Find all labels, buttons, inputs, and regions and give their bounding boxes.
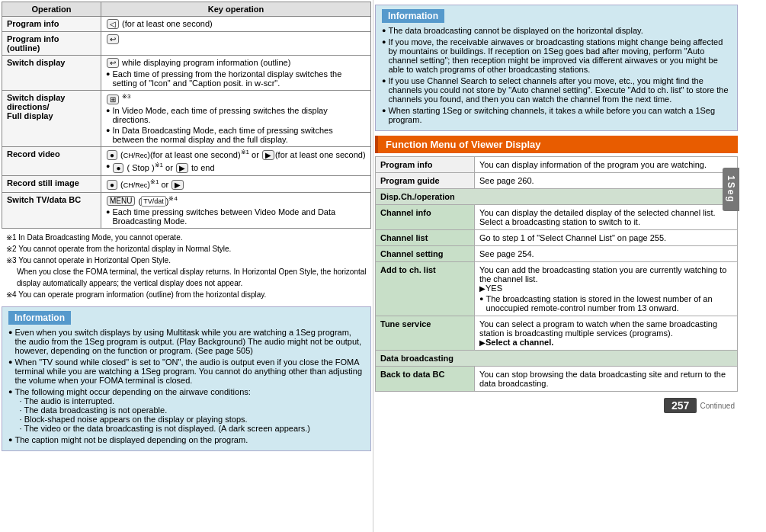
function-row-tune-service: Tune service You can select a program to…: [376, 316, 738, 351]
info-left-bullet-3: The following might occur depending on t…: [8, 387, 364, 433]
key-desc-record-video: ● (CH/Rec)(for at least one second)※1 or…: [106, 150, 366, 159]
key-desc-program-info: (for at least one second): [122, 19, 213, 28]
op-label: Program info: [2, 17, 101, 32]
function-row-data-bc-header: Data broadcasting: [376, 351, 738, 367]
key-icon-record-video: ●: [107, 150, 117, 160]
function-label-channel-info: Channel info: [376, 205, 475, 230]
function-row-channel-setting: Channel setting See page 254.: [376, 246, 738, 262]
info-right-bullet-1: The data broadcasting cannot be displaye…: [382, 26, 731, 35]
function-label-channel-setting: Channel setting: [376, 246, 475, 262]
right-column: Information The data broadcasting cannot…: [373, 0, 739, 532]
page-number: 257: [664, 398, 697, 413]
function-label-program-guide: Program guide: [376, 173, 475, 189]
function-desc-program-guide: See page 260.: [475, 173, 738, 189]
bullet-tvbc: Each time pressing switches between Vide…: [106, 207, 366, 226]
op-key: MENU (TV/dat)※4 Each time pressing switc…: [101, 192, 371, 229]
op-label: Record still image: [2, 175, 101, 192]
function-row-channel-list: Channel list Go to step 1 of "Select Cha…: [376, 230, 738, 246]
table-row: Program info ◁ (for at least one second): [2, 17, 371, 32]
function-menu-table: Program info You can display information…: [375, 156, 738, 392]
side-tab-1seg: 1Seg: [723, 168, 739, 211]
table-row: Record still image ● (CH/Rec)※1 or ▶: [2, 175, 371, 192]
footnote-3b: When you close the FOMA terminal, the ve…: [6, 266, 367, 289]
table-row: Program info(outline) ↩: [2, 32, 371, 56]
function-desc-channel-info: You can display the detailed display of …: [475, 205, 738, 230]
col-header-key: Key operation: [101, 2, 371, 17]
function-row-disp-header: Disp.Ch./operation: [376, 189, 738, 205]
footnote-4: ※4 You can operate program information (…: [6, 289, 367, 300]
op-key: ⊞ ※3 In Video Mode, each time of pressin…: [101, 91, 371, 147]
function-row-program-guide: Program guide See page 260.: [376, 173, 738, 189]
op-label: Program info(outline): [2, 32, 101, 56]
function-label-back-data-bc: Back to data BC: [376, 367, 475, 392]
table-row: Switch display ↩ while displaying progra…: [2, 56, 371, 91]
info-right-bullet-2: If you move, the receivable airwaves or …: [382, 37, 731, 74]
function-desc-back-data-bc: You can stop browsing the data broadcast…: [475, 367, 738, 392]
col-header-operation: Operation: [2, 2, 101, 17]
function-label-tune-service: Tune service: [376, 316, 475, 351]
op-key: ↩ while displaying program information (…: [101, 56, 371, 91]
bullet-add-ch: The broadcasting station is stored in th…: [479, 294, 732, 312]
key-icon-tvbc: MENU: [107, 196, 135, 206]
op-key: ↩: [101, 32, 371, 56]
op-key: ● (CH/Rec)(for at least one second)※1 or…: [101, 146, 371, 175]
info-left-bullet-1: Even when you switch displays by using M…: [8, 328, 364, 355]
bullet-switch-display: Each time of pressing from the horizonta…: [106, 69, 366, 88]
function-label-channel-list: Channel list: [376, 230, 475, 246]
continued-label: Continued: [700, 402, 735, 410]
bullet-record-video: ● ( Stop )※1 or ▶ to end: [106, 162, 366, 173]
function-row-channel-info: Channel info You can display the detaile…: [376, 205, 738, 230]
key-icon-still2: ▶: [171, 180, 184, 190]
function-label-add-ch: Add to ch. list: [376, 262, 475, 316]
footnote-1: ※1 In Data Broadcasting Mode, you cannot…: [6, 232, 367, 243]
table-row: Switch display directions/Full display ⊞…: [2, 91, 371, 147]
left-column: Operation Key operation Program info ◁ (…: [0, 0, 373, 532]
info-right-bullet-3: If you use Channel Search to select chan…: [382, 76, 731, 104]
op-label: Switch display: [2, 56, 101, 91]
key-icon-stop: ●: [113, 163, 123, 173]
key-icon-record-video2: ▶: [262, 150, 274, 160]
function-row-back-data-bc: Back to data BC You can stop browsing th…: [376, 367, 738, 392]
op-key: ◁ (for at least one second): [101, 17, 371, 32]
function-menu-title: Function Menu of Viewer Display: [375, 136, 738, 153]
function-label-program-info: Program info: [376, 157, 475, 173]
bottom-right: 257 Continued: [375, 398, 738, 413]
info-box-right-title: Information: [382, 9, 444, 23]
function-section-disp: Disp.Ch./operation: [376, 189, 738, 205]
operation-table: Operation Key operation Program info ◁ (…: [2, 2, 371, 229]
info-box-left: Information Even when you switch display…: [2, 306, 371, 451]
footnote-2: ※2 You cannot operate from the horizonta…: [6, 243, 367, 255]
function-row-program-info: Program info You can display information…: [376, 157, 738, 173]
info-left-bullet-2: When "TV sound while closed" is set to "…: [8, 357, 364, 385]
function-desc-channel-list: Go to step 1 of "Select Channel List" on…: [475, 230, 738, 246]
footnotes: ※1 In Data Broadcasting Mode, you cannot…: [2, 229, 371, 303]
key-icon-program-outline: ↩: [107, 34, 119, 44]
key-icon-stop2: ▶: [176, 163, 188, 173]
function-desc-channel-setting: See page 254.: [475, 246, 738, 262]
key-icon-still: ●: [107, 180, 117, 190]
function-section-data-bc: Data broadcasting: [376, 351, 738, 367]
op-label: Switch TV/data BC: [2, 192, 101, 229]
op-label: Record video: [2, 146, 101, 175]
op-key: ● (CH/Rec)※1 or ▶: [101, 175, 371, 192]
table-row: Record video ● (CH/Rec)(for at least one…: [2, 146, 371, 175]
note-switch-dir: ※3: [122, 93, 130, 100]
bullet-switch-dir-1: In Video Mode, each time of pressing swi…: [106, 106, 366, 124]
page-wrapper: Operation Key operation Program info ◁ (…: [0, 0, 766, 532]
page-number-area: 257 Continued: [664, 398, 735, 413]
function-desc-tune-service: You can select a program to watch when t…: [475, 316, 738, 351]
bullet-switch-dir-2: In Data Broadcasting Mode, each time of …: [106, 126, 366, 144]
info-left-bullet-4: The caption might not be displayed depen…: [8, 435, 364, 444]
function-desc-program-info: You can display information of the progr…: [475, 157, 738, 173]
op-label: Switch display directions/Full display: [2, 91, 101, 147]
info-box-left-title: Information: [8, 311, 71, 325]
info-box-right: Information The data broadcasting cannot…: [375, 5, 738, 131]
key-icon-program-info: ◁: [107, 19, 119, 29]
key-icon-switch-dir: ⊞: [107, 95, 119, 104]
info-right-bullet-4: When starting 1Seg or switching channels…: [382, 106, 731, 124]
footnote-3a: ※3 You cannot operate in Horizontal Open…: [6, 255, 367, 266]
key-desc-switch-display: while displaying program information (ou…: [122, 58, 290, 67]
key-icon-switch-display: ↩: [107, 58, 119, 68]
table-row: Switch TV/data BC MENU (TV/dat)※4 Each t…: [2, 192, 371, 229]
function-desc-add-ch: You can add the broadcasting station you…: [475, 262, 738, 316]
